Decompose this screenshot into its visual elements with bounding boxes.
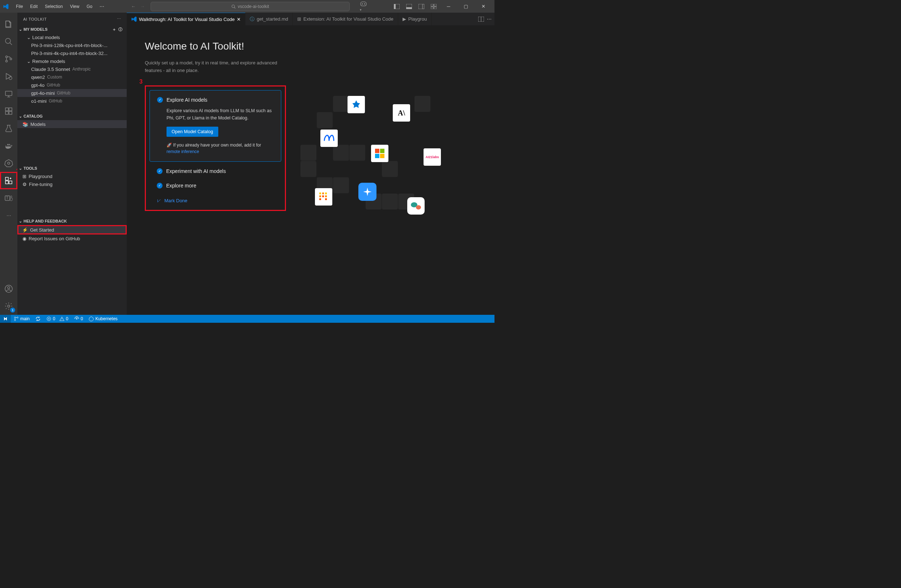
step-explore-models[interactable]: ✓ Explore AI models Explore various AI m… xyxy=(150,90,281,162)
playground-icon: ⊞ xyxy=(22,174,26,179)
activity-explorer-icon[interactable] xyxy=(0,16,17,33)
activity-teams-icon[interactable]: T xyxy=(0,189,17,207)
menu-selection[interactable]: Selection xyxy=(42,3,65,11)
open-model-catalog-button[interactable]: Open Model Catalog xyxy=(167,127,218,137)
maximize-button[interactable]: ▢ xyxy=(458,0,474,12)
activity-search-icon[interactable] xyxy=(0,33,17,50)
statusbar: main 0 0 0 Kubernetes xyxy=(0,315,494,323)
sidebar: AI TOOLKIT ⋯ ⌄ MY MODELS ＋ ⓘ ⌄Local mode… xyxy=(17,12,127,315)
tab-label: Playgrou xyxy=(408,16,427,22)
activity-testing-icon[interactable] xyxy=(0,120,17,137)
tree-remote-model-item[interactable]: gpt-4oGitHub xyxy=(17,81,127,89)
command-center-search[interactable]: vscode-ai-toolkit xyxy=(151,2,350,11)
svg-point-3 xyxy=(362,3,363,4)
svg-rect-22 xyxy=(5,91,12,95)
help-get-started-item[interactable]: ⚡Get Started xyxy=(17,225,127,235)
activity-remote-icon[interactable] xyxy=(0,85,17,103)
tree-local-models[interactable]: ⌄Local models xyxy=(17,33,127,41)
tree-local-model-item[interactable]: Phi-3-mini-128k-cpu-int4-rtn-block-... xyxy=(17,41,127,49)
menu-view[interactable]: View xyxy=(67,3,82,11)
catalog-models-item[interactable]: 📚Models xyxy=(17,120,127,128)
grid-tile xyxy=(317,112,333,128)
help-report-issues-item[interactable]: ◉Report Issues on GitHub xyxy=(17,235,127,243)
ai21-logo-icon: AI21labs xyxy=(424,148,441,166)
check-icon: ✓ xyxy=(157,97,163,103)
status-remote-button[interactable] xyxy=(0,315,11,323)
copilot-icon[interactable]: ▾ xyxy=(360,1,367,12)
activity-debug-icon[interactable] xyxy=(0,68,17,85)
tab-walkthrough[interactable]: Walkthrough: AI Toolkit for Visual Studi… xyxy=(127,12,245,25)
svg-rect-6 xyxy=(394,4,396,9)
tab-extension[interactable]: ⊞ Extension: AI Toolkit for Visual Studi… xyxy=(293,12,398,25)
svg-point-36 xyxy=(11,196,12,197)
section-tools[interactable]: ⌄TOOLS xyxy=(17,164,127,172)
svg-point-0 xyxy=(232,5,235,8)
lightning-icon: ⚡ xyxy=(22,227,28,233)
mistral-logo-icon xyxy=(315,188,332,205)
activity-extensions-icon[interactable] xyxy=(0,103,17,120)
activity-scm-icon[interactable] xyxy=(0,50,17,68)
svg-rect-11 xyxy=(431,4,433,6)
step-explore-more[interactable]: ✓ Explore more xyxy=(150,180,281,191)
section-my-models[interactable]: ⌄ MY MODELS ＋ ⓘ xyxy=(17,25,127,33)
activity-settings-icon[interactable]: 1 xyxy=(0,297,17,315)
tree-remote-model-item[interactable]: gpt-4o-miniGitHub xyxy=(17,89,127,97)
info-icon[interactable]: ⓘ xyxy=(118,27,122,32)
editor-area: Walkthrough: AI Toolkit for Visual Studi… xyxy=(127,12,494,315)
add-model-icon[interactable]: ＋ xyxy=(112,27,116,32)
svg-rect-33 xyxy=(9,181,12,184)
svg-rect-14 xyxy=(434,7,436,9)
layout-panel-icon[interactable] xyxy=(403,1,415,12)
close-button[interactable]: ✕ xyxy=(475,0,492,12)
activity-docker-icon[interactable] xyxy=(0,137,17,154)
tab-playground[interactable]: ▶ Playgrou xyxy=(398,12,432,25)
menu-more-icon[interactable]: ⋯ xyxy=(97,2,107,11)
nav-forward-icon[interactable]: → xyxy=(140,4,145,9)
layout-sidebar-left-icon[interactable] xyxy=(391,1,402,12)
tools-playground-item[interactable]: ⊞Playground xyxy=(17,172,127,180)
status-sync[interactable] xyxy=(33,315,44,323)
walkthrough-steps-highlight: 3 ✓ Explore AI models Explore various AI… xyxy=(145,86,286,211)
sidebar-more-icon[interactable]: ⋯ xyxy=(117,17,121,21)
layout-sidebar-right-icon[interactable] xyxy=(416,1,427,12)
check-icon: ✓ xyxy=(157,168,162,174)
svg-rect-31 xyxy=(5,177,8,180)
customize-layout-icon[interactable] xyxy=(428,1,440,12)
minimize-button[interactable]: ─ xyxy=(440,0,457,12)
step-title: Experiment with AI models xyxy=(166,168,226,174)
tree-remote-model-item[interactable]: Claude 3.5 SonnetAnthropic xyxy=(17,65,127,73)
nav-back-icon[interactable]: ← xyxy=(131,4,136,9)
activity-ai-toolkit-icon[interactable]: 1 xyxy=(0,172,17,189)
svg-point-55 xyxy=(416,205,421,210)
activity-kubernetes-icon[interactable] xyxy=(0,154,17,172)
svg-rect-53 xyxy=(325,198,327,200)
svg-rect-12 xyxy=(434,4,436,6)
activity-more-icon[interactable]: ⋯ xyxy=(0,207,17,224)
activity-accounts-icon[interactable] xyxy=(0,280,17,297)
grid-tile xyxy=(333,96,349,112)
remote-inference-link[interactable]: remote inference xyxy=(167,149,199,154)
walkthrough-description: Quickly set up a model, try it in real t… xyxy=(145,59,286,75)
status-kubernetes[interactable]: Kubernetes xyxy=(86,315,120,323)
search-text: vscode-ai-toolkit xyxy=(238,4,269,9)
status-ports[interactable]: 0 xyxy=(71,315,86,323)
more-actions-icon[interactable]: ⋯ xyxy=(487,16,492,22)
menu-file[interactable]: File xyxy=(13,3,26,11)
tree-remote-model-item[interactable]: o1-miniGitHub xyxy=(17,97,127,105)
tab-get-started[interactable]: ⓘ get_started.md xyxy=(245,12,293,25)
tree-local-model-item[interactable]: Phi-3-mini-4k-cpu-int4-rtn-block-32... xyxy=(17,49,127,57)
svg-rect-50 xyxy=(322,195,324,197)
tab-label: Extension: AI Toolkit for Visual Studio … xyxy=(303,16,393,22)
tree-remote-model-item[interactable]: qwen2Custom xyxy=(17,73,127,81)
section-help[interactable]: ⌄HELP AND FEEDBACK xyxy=(17,217,127,225)
tree-remote-models[interactable]: ⌄Remote models xyxy=(17,57,127,65)
menu-go[interactable]: Go xyxy=(84,3,95,11)
status-errors[interactable]: 0 0 xyxy=(44,315,71,323)
split-editor-icon[interactable] xyxy=(478,17,484,22)
step-experiment[interactable]: ✓ Experiment with AI models xyxy=(150,166,281,176)
status-branch[interactable]: main xyxy=(11,315,33,323)
tools-finetuning-item[interactable]: ⚙Fine-tuning xyxy=(17,180,127,188)
menu-edit[interactable]: Edit xyxy=(27,3,41,11)
mark-done-link[interactable]: ⩗ Mark Done xyxy=(150,195,281,206)
section-catalog[interactable]: ⌄CATALOG xyxy=(17,112,127,120)
